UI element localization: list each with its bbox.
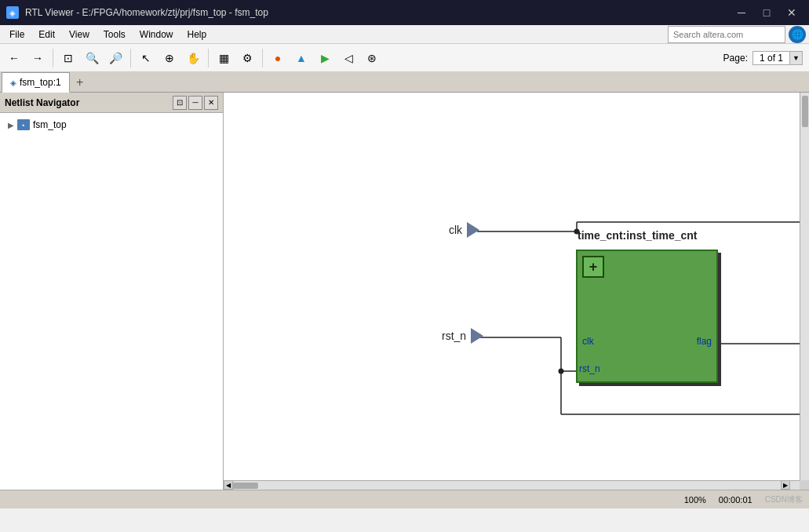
input-clk-label: clk	[449, 224, 462, 236]
tool-1[interactable]: ●	[267, 47, 289, 69]
maximize-button[interactable]: □	[756, 5, 778, 20]
window-title: RTL Viewer - E:/FPGA/homework/ztj/prj/fs…	[25, 7, 724, 18]
tool-3[interactable]: ▶	[314, 47, 336, 69]
module-icon: ▪	[17, 119, 30, 130]
rst-n-port-triangle	[471, 328, 483, 344]
window-controls: ─ □ ✕	[731, 5, 803, 20]
netlist-navigator: Netlist Navigator ⊡ ─ ✕ ▶ ▪ fsm_top	[0, 93, 224, 490]
tool-4[interactable]: ◁	[337, 47, 359, 69]
separator-2	[130, 49, 131, 67]
tool-5[interactable]: ⊛	[361, 47, 383, 69]
tab-icon: ◈	[10, 78, 16, 87]
nav-panel-title: Netlist Navigator	[5, 97, 79, 108]
toolbar: ← → ⊡ 🔍 🔎 ↖ ⊕ ✋ ▦ ⚙ ● ▲ ▶ ◁ ⊛ Page: 1 of…	[0, 44, 809, 72]
page-indicator: 1 of 1	[753, 51, 790, 65]
menu-help[interactable]: Help	[181, 27, 213, 42]
tab-row: ◈ fsm_top:1 +	[0, 72, 809, 93]
input-clk: clk	[449, 222, 479, 238]
nav-close-button[interactable]: ✕	[204, 96, 218, 110]
separator-3	[208, 49, 209, 67]
wire-svg	[224, 93, 809, 490]
menu-file[interactable]: File	[3, 27, 31, 42]
port-clk-in: clk	[582, 336, 594, 347]
svg-point-12	[559, 369, 564, 374]
module-time-cnt[interactable]: time_cnt:inst_time_cnt + clk rst_n flag	[576, 250, 718, 383]
magnify-button[interactable]: ⊕	[159, 47, 180, 69]
status-right: 100% 00:00:01 CSDN博客	[684, 494, 803, 505]
nav-content: ▶ ▪ fsm_top	[0, 113, 223, 490]
zoom-out-button[interactable]: 🔍	[81, 47, 103, 69]
forward-button[interactable]: →	[27, 47, 49, 69]
watermark: CSDN博客	[765, 494, 803, 505]
port-flag-out: flag	[697, 336, 712, 347]
settings-button[interactable]: ⚙	[236, 47, 258, 69]
tool-2[interactable]: ▲	[290, 47, 312, 69]
nav-float-button[interactable]: ⊡	[173, 96, 187, 110]
nav-minimize-button[interactable]: ─	[188, 96, 202, 110]
menu-tools[interactable]: Tools	[97, 27, 132, 42]
tab-label: fsm_top:1	[20, 77, 61, 88]
tree-label-fsm-top: fsm_top	[33, 119, 67, 130]
back-button[interactable]: ←	[3, 47, 25, 69]
menu-edit[interactable]: Edit	[32, 27, 61, 42]
title-bar: ◈ RTL Viewer - E:/FPGA/homework/ztj/prj/…	[0, 0, 809, 25]
scroll-left-arrow[interactable]: ◀	[224, 480, 233, 490]
main-area: Netlist Navigator ⊡ ─ ✕ ▶ ▪ fsm_top	[0, 93, 809, 490]
close-button[interactable]: ✕	[781, 5, 803, 20]
scroll-right-arrow[interactable]: ▶	[781, 480, 790, 490]
tree-chevron: ▶	[8, 121, 14, 129]
menu-view[interactable]: View	[63, 27, 96, 42]
module-time-cnt-title: time_cnt:inst_time_cnt	[578, 229, 697, 242]
fit-button[interactable]: ⊡	[57, 47, 79, 69]
zoom-in-button[interactable]: 🔎	[104, 47, 126, 69]
clk-port-triangle	[467, 222, 479, 238]
time-cnt-plus-icon: +	[582, 256, 604, 278]
separator-4	[262, 49, 263, 67]
scroll-corner	[800, 480, 809, 490]
v-scroll-thumb[interactable]	[802, 96, 808, 127]
menu-bar: File Edit View Tools Window Help 🌐	[0, 25, 809, 44]
separator-1	[53, 49, 53, 67]
search-bar: 🌐	[668, 26, 806, 43]
menu-window[interactable]: Window	[133, 27, 180, 42]
zoom-level: 100%	[684, 495, 706, 505]
page-dropdown-button[interactable]: ▼	[790, 51, 803, 65]
pan-button[interactable]: ✋	[182, 47, 204, 69]
tab-fsm-top[interactable]: ◈ fsm_top:1	[2, 72, 70, 93]
minimize-button[interactable]: ─	[731, 5, 753, 20]
add-tab-button[interactable]: +	[70, 72, 90, 93]
grid-button[interactable]: ▦	[213, 47, 235, 69]
app-icon: ◈	[6, 6, 19, 19]
tree-item-fsm-top[interactable]: ▶ ▪ fsm_top	[5, 118, 218, 132]
nav-panel-controls: ⊡ ─ ✕	[173, 96, 218, 110]
globe-icon: 🌐	[789, 26, 806, 43]
schematic-area[interactable]: clk rst_n time_cnt:inst_time_cnt + clk r…	[224, 93, 809, 490]
search-input[interactable]	[668, 26, 785, 43]
page-label: Page:	[723, 53, 748, 64]
status-bar: 100% 00:00:01 CSDN博客	[0, 490, 809, 508]
input-rst-n-label: rst_n	[442, 330, 466, 342]
nav-panel-header: Netlist Navigator ⊡ ─ ✕	[0, 93, 223, 113]
vertical-scrollbar[interactable]	[800, 93, 809, 480]
select-button[interactable]: ↖	[135, 47, 157, 69]
port-rst-n-in: rst_n	[579, 363, 600, 374]
input-rst-n: rst_n	[442, 328, 483, 344]
horizontal-scrollbar[interactable]	[224, 480, 800, 490]
elapsed-time: 00:00:01	[719, 495, 753, 505]
